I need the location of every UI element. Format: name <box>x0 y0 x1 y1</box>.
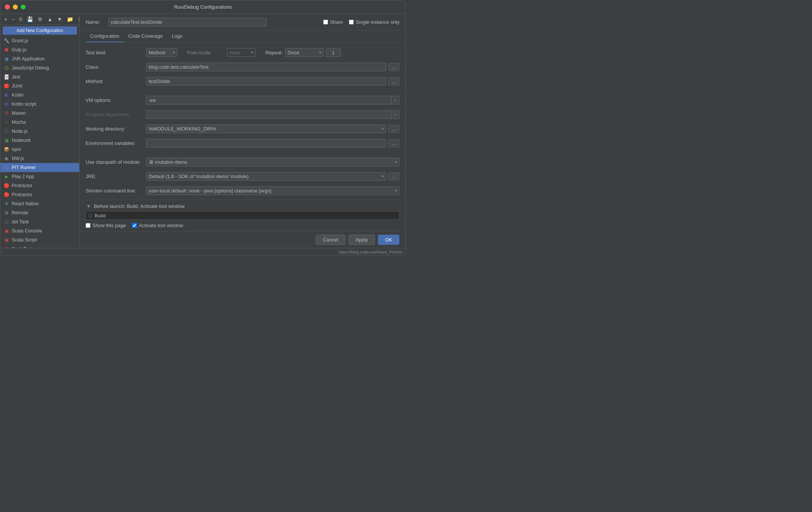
sidebar-item-label: JavaScript Debug <box>12 65 49 71</box>
activate-window-checkbox[interactable] <box>132 223 137 228</box>
save-config-btn[interactable]: 💾 <box>25 15 35 23</box>
sort-btn[interactable]: ↕ <box>76 15 80 23</box>
env-vars-browse-btn[interactable]: ... <box>388 139 399 147</box>
working-dir-control: %MODULE_WORKING_DIR% ... <box>146 125 399 133</box>
name-row: Name: Share Single instance only <box>80 14 405 31</box>
sidebar-item-nodejs[interactable]: ⬡ Node.js <box>0 127 79 136</box>
sidebar-item-remote[interactable]: 🖥 Remote <box>0 208 79 217</box>
before-launch-section: ▼ Before launch: Build, Activate tool wi… <box>86 200 399 219</box>
shorten-cmd-select[interactable]: user-local default: none - java [options… <box>146 186 399 195</box>
minimize-button[interactable] <box>13 5 18 9</box>
add-config-btn[interactable]: + <box>3 15 9 23</box>
program-args-input[interactable] <box>146 111 391 118</box>
test-kind-select-wrapper: Method Class Package <box>146 48 177 57</box>
sidebar-item-maven[interactable]: ⚙ Maven <box>0 109 79 118</box>
sidebar-item-label: npm <box>12 147 21 152</box>
repeat-count-input[interactable] <box>326 48 341 57</box>
play2-icon: ▶ <box>3 174 9 180</box>
maximize-button[interactable] <box>21 5 26 9</box>
class-input[interactable] <box>146 63 386 71</box>
sidebar: + − ⎘ 💾 ⚙ ▲ ▼ 📁 ↕ Add New Configuration … <box>0 14 80 248</box>
method-browse-btn[interactable]: ... <box>388 77 399 85</box>
sidebar-item-label: Gulp.js <box>12 47 26 52</box>
env-vars-input[interactable] <box>146 139 386 148</box>
settings-btn[interactable]: ⚙ <box>36 15 44 23</box>
before-launch-expand-icon[interactable]: ▼ <box>86 203 92 209</box>
share-checkbox[interactable] <box>323 20 328 25</box>
repeat-select[interactable]: Once N Times Until Failure <box>285 48 324 57</box>
pit-runner-icon: ♡ <box>3 165 9 171</box>
sidebar-item-jest[interactable]: 🃏 Jest <box>0 72 79 81</box>
show-page-checkbox[interactable] <box>86 223 91 228</box>
sidebar-item-protractor2[interactable]: 🔴 Protractor <box>0 190 79 199</box>
move-down-btn[interactable]: ▼ <box>55 15 64 23</box>
sidebar-toolbar: + − ⎘ 💾 ⚙ ▲ ▼ 📁 ↕ <box>0 14 79 25</box>
sidebar-item-kotlin[interactable]: K Kotlin <box>0 91 79 100</box>
remove-config-btn[interactable]: − <box>10 15 16 23</box>
sidebar-item-scalatest[interactable]: ▣ ScalaTest <box>0 244 79 248</box>
tab-configuration[interactable]: Configuration <box>86 31 124 42</box>
sidebar-item-label: Remote <box>12 210 28 215</box>
protractor2-icon: 🔴 <box>3 192 9 198</box>
name-field[interactable] <box>108 18 267 26</box>
bottom-actions: Cancel Apply OK <box>80 231 405 248</box>
fork-mode-select[interactable]: none method class <box>227 48 256 57</box>
cancel-button[interactable]: Cancel <box>316 235 345 245</box>
folder-btn[interactable]: 📁 <box>65 15 75 23</box>
sidebar-item-js-debug[interactable]: ⬡ JavaScript Debug <box>0 63 79 72</box>
activate-window-option: Activate tool window <box>132 223 183 228</box>
program-args-expand-btn[interactable]: ⤢ <box>391 111 399 118</box>
method-input[interactable] <box>146 77 386 86</box>
copy-config-btn[interactable]: ⎘ <box>18 15 24 23</box>
class-label: Class: <box>86 64 146 70</box>
sidebar-item-scala-console[interactable]: ▣ Scala Console <box>0 226 79 235</box>
sidebar-item-label: Grunt.js <box>12 38 28 43</box>
tab-code-coverage[interactable]: Code Coverage <box>124 31 167 42</box>
ok-button[interactable]: OK <box>378 235 399 245</box>
sidebar-item-gruntjs[interactable]: 🔧 Grunt.js <box>0 36 79 45</box>
env-vars-label: Environment variables: <box>86 140 146 146</box>
sidebar-item-junit[interactable]: 🔴 JUnit <box>0 81 79 91</box>
share-label: Share <box>330 19 343 25</box>
single-instance-checkbox[interactable] <box>349 20 354 25</box>
close-button[interactable] <box>5 5 10 9</box>
sidebar-item-nwjs[interactable]: ◉ NW.js <box>0 154 79 163</box>
working-dir-browse-btn[interactable]: ... <box>388 125 399 133</box>
jre-browse-btn[interactable]: ... <box>388 172 399 180</box>
vm-options-expand-btn[interactable]: ⤢ <box>391 96 399 104</box>
classpath-select[interactable]: 🖥 mutation demo <box>146 158 399 166</box>
sidebar-item-react-native[interactable]: ⚛ React Native <box>0 199 79 208</box>
class-browse-btn[interactable]: ... <box>388 63 399 71</box>
sidebar-item-npm[interactable]: 📦 npm <box>0 145 79 154</box>
build-label: Build <box>95 213 106 218</box>
sidebar-item-jar[interactable]: ▣ JAR Application <box>0 54 79 63</box>
sidebar-item-mocha[interactable]: ● Mocha <box>0 118 79 127</box>
sidebar-item-play2[interactable]: ▶ Play 2 App <box>0 172 79 181</box>
bottom-options: Show this page Activate tool window <box>80 219 405 231</box>
main-window: Run/Debug Configurations + − ⎘ 💾 ⚙ ▲ ▼ 📁… <box>0 0 406 256</box>
jre-select-wrapper: Default (1.8 - SDK of 'mutation demo' mo… <box>146 172 386 181</box>
kotlin-icon: K <box>3 92 9 98</box>
class-row: Class: ... <box>86 62 399 72</box>
sidebar-item-protractor1[interactable]: 🔴 Protractor <box>0 181 79 190</box>
name-options: Share Single instance only <box>323 19 399 25</box>
sidebar-item-pit-runner[interactable]: ♡ PIT Runner <box>0 163 79 172</box>
before-launch-build-item[interactable]: ⬡ Build <box>86 211 399 219</box>
move-up-btn[interactable]: ▲ <box>46 15 54 23</box>
test-kind-select[interactable]: Method Class Package <box>146 48 177 57</box>
sidebar-item-nodeunit[interactable]: ▣ Nodeunit <box>0 136 79 145</box>
nodeunit-icon: ▣ <box>3 137 9 143</box>
tab-logs[interactable]: Logs <box>167 31 187 42</box>
working-dir-label: Working directory: <box>86 126 146 132</box>
sidebar-item-gulpjs[interactable]: ⬟ Gulp.js <box>0 45 79 54</box>
tabs-row: Configuration Code Coverage Logs <box>80 31 405 43</box>
sidebar-item-kotlin-script[interactable]: K Kotlin script <box>0 100 79 109</box>
sidebar-item-label: JAR Application <box>12 56 45 62</box>
sidebar-item-sbt[interactable]: ⬡ sbt Task <box>0 217 79 226</box>
working-dir-select[interactable]: %MODULE_WORKING_DIR% <box>146 125 386 133</box>
repeat-select-wrapper: Once N Times Until Failure <box>285 48 324 57</box>
sidebar-item-scala-script[interactable]: ▣ Scala Script <box>0 235 79 244</box>
vm-options-input[interactable] <box>146 96 391 104</box>
apply-button[interactable]: Apply <box>348 235 375 245</box>
jre-select[interactable]: Default (1.8 - SDK of 'mutation demo' mo… <box>146 172 386 181</box>
